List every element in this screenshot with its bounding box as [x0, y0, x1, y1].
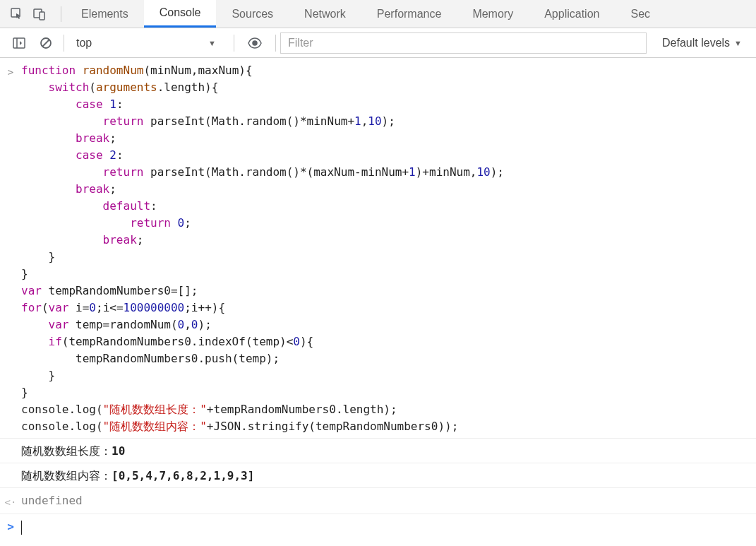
log-message[interactable]: 随机数数组内容：[0,5,4,7,6,8,2,1,9,3]	[21, 468, 756, 485]
prompt-marker-icon: >	[0, 518, 21, 535]
log-levels-dropdown[interactable]: Default levels ▼	[654, 37, 750, 49]
svg-rect-2	[40, 12, 44, 20]
log-marker	[0, 468, 21, 485]
filter-placeholder: Filter	[288, 37, 313, 49]
tab-application[interactable]: Application	[529, 0, 615, 28]
console-log-entry: 随机数数组长度：10	[0, 439, 756, 463]
dropdown-arrow-icon: ▼	[208, 39, 216, 47]
console-return-entry: <· undefined	[0, 488, 756, 514]
console-input-entry: > function randomNum(minNum,maxNum){ swi…	[0, 58, 756, 439]
svg-line-6	[42, 40, 49, 47]
tab-console[interactable]: Console	[144, 0, 217, 28]
dropdown-arrow-icon: ▼	[734, 39, 742, 47]
tab-sources[interactable]: Sources	[216, 0, 289, 28]
devtools-tab-bar: Elements Console Sources Network Perform…	[0, 0, 756, 28]
separator	[61, 6, 61, 22]
levels-label: Default levels	[662, 37, 730, 49]
filter-input[interactable]: Filter	[280, 32, 647, 54]
context-label: top	[76, 37, 92, 49]
prompt-input[interactable]	[21, 518, 22, 535]
tab-performance[interactable]: Performance	[361, 0, 457, 28]
tab-security[interactable]: Sec	[615, 0, 666, 28]
svg-point-7	[253, 41, 257, 45]
toolbar-left-icons	[0, 0, 56, 28]
console-output: > function randomNum(minNum,maxNum){ swi…	[0, 58, 756, 540]
console-toolbar: top ▼ Filter Default levels ▼	[0, 28, 756, 58]
console-log-entry: 随机数数组内容：[0,5,4,7,6,8,2,1,9,3]	[0, 463, 756, 488]
separator	[234, 35, 234, 52]
context-selector[interactable]: top ▼	[68, 32, 224, 54]
tab-network[interactable]: Network	[289, 0, 361, 28]
svg-rect-3	[13, 38, 25, 48]
toggle-sidebar-icon[interactable]	[10, 34, 28, 52]
clear-console-icon[interactable]	[37, 34, 55, 52]
log-message[interactable]: 随机数数组长度：10	[21, 443, 756, 460]
tab-elements[interactable]: Elements	[66, 0, 144, 28]
console-prompt[interactable]: >	[0, 514, 756, 540]
return-value[interactable]: undefined	[21, 492, 756, 511]
device-toolbar-icon[interactable]	[32, 7, 47, 21]
separator	[275, 35, 276, 52]
log-marker	[0, 443, 21, 460]
tab-memory[interactable]: Memory	[457, 0, 529, 28]
code-block[interactable]: function randomNum(minNum,maxNum){ switc…	[21, 62, 756, 435]
inspect-element-icon[interactable]	[10, 7, 24, 21]
text-cursor	[21, 521, 22, 535]
return-marker-icon: <·	[0, 492, 21, 511]
live-expression-icon[interactable]	[246, 34, 264, 52]
input-marker-icon: >	[0, 62, 21, 435]
separator	[64, 35, 64, 52]
